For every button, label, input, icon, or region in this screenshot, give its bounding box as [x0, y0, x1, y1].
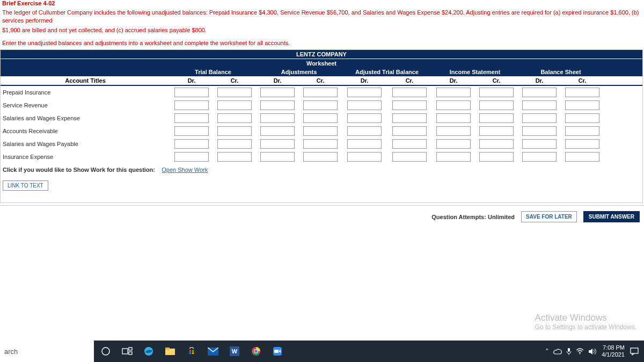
file-explorer-icon[interactable]	[164, 345, 177, 358]
worksheet-cell-input[interactable]	[479, 139, 514, 149]
worksheet-cell-input[interactable]	[303, 126, 338, 136]
worksheet-cell-input[interactable]	[303, 139, 338, 149]
worksheet-cell-input[interactable]	[174, 139, 209, 149]
worksheet-cell-input[interactable]	[174, 88, 209, 97]
col-dr: Dr.	[342, 76, 387, 85]
worksheet-cell-input[interactable]	[347, 126, 382, 136]
worksheet-cell-input[interactable]	[522, 113, 557, 123]
svg-rect-8	[189, 350, 191, 352]
chrome-icon[interactable]	[250, 345, 262, 358]
worksheet-cell-input[interactable]	[303, 88, 338, 97]
worksheet-cell-input[interactable]	[260, 152, 295, 162]
worksheet-cell-input[interactable]	[174, 100, 209, 110]
worksheet-cell-input[interactable]	[522, 100, 557, 110]
tray-chevron-icon[interactable]: ˄	[545, 347, 549, 356]
worksheet-cell-input[interactable]	[436, 126, 471, 136]
tray-mic-icon[interactable]	[566, 347, 572, 355]
worksheet-cell-input[interactable]	[174, 152, 209, 162]
open-show-work-link[interactable]: Open Show Work	[162, 166, 208, 173]
worksheet-cell-input[interactable]	[347, 100, 382, 110]
worksheet-cell-input[interactable]	[436, 113, 471, 123]
tray-volume-icon[interactable]	[588, 348, 596, 355]
submit-answer-button[interactable]: SUBMIT ANSWER	[583, 211, 640, 222]
mail-icon[interactable]	[207, 345, 219, 358]
worksheet-cell-input[interactable]	[260, 126, 295, 136]
worksheet-cell-input[interactable]	[479, 152, 514, 162]
worksheet-cell-input[interactable]	[565, 126, 599, 136]
worksheet-cell-input[interactable]	[565, 113, 599, 123]
worksheet-cell-input[interactable]	[392, 88, 427, 97]
worksheet-cell-input[interactable]	[522, 88, 557, 97]
worksheet-cell-input[interactable]	[392, 100, 427, 110]
worksheet-cell-input[interactable]	[479, 100, 514, 110]
tray-onedrive-icon[interactable]	[553, 349, 562, 354]
worksheet-cell-input[interactable]	[303, 100, 338, 110]
account-title: Salaries and Wages Payable	[1, 141, 170, 147]
worksheet-cell-input[interactable]	[565, 152, 599, 162]
worksheet-cell-input[interactable]	[347, 113, 382, 123]
svg-rect-11	[192, 352, 194, 354]
worksheet-cell-input[interactable]	[303, 152, 338, 162]
worksheet-cell-input[interactable]	[392, 139, 427, 149]
worksheet-cell-input[interactable]	[217, 100, 252, 110]
worksheet-cell-input[interactable]	[217, 152, 252, 162]
worksheet-cell-input[interactable]	[260, 113, 295, 123]
worksheet-cell-input[interactable]	[217, 139, 252, 149]
worksheet-cell-input[interactable]	[303, 113, 338, 123]
col-dr: Dr.	[518, 76, 561, 85]
taskbar-date: 4/1/2021	[602, 351, 625, 358]
edge-icon[interactable]	[142, 345, 155, 358]
worksheet-cell-input[interactable]	[174, 113, 209, 123]
table-row: Accounts Receivable	[1, 125, 642, 137]
worksheet-cell-input[interactable]	[436, 139, 471, 149]
worksheet-cell-input[interactable]	[479, 126, 514, 136]
worksheet-cell-input[interactable]	[260, 88, 295, 97]
worksheet-cell-input[interactable]	[392, 126, 427, 136]
worksheet-cell-input[interactable]	[522, 126, 557, 136]
link-to-text-button[interactable]: LINK TO TEXT	[3, 180, 48, 191]
notifications-icon[interactable]	[630, 347, 639, 356]
worksheet-cell-input[interactable]	[174, 126, 209, 136]
worksheet-cell-input[interactable]	[565, 88, 599, 97]
cortana-icon[interactable]	[99, 345, 112, 358]
worksheet-cell-input[interactable]	[260, 100, 295, 110]
task-view-icon[interactable]	[121, 345, 134, 358]
worksheet-company: LENTZ COMPANY	[1, 50, 642, 59]
exercise-title: Brief Exercise 4-02	[2, 0, 642, 6]
worksheet-cell-input[interactable]	[347, 139, 382, 149]
svg-rect-6	[165, 347, 170, 350]
save-for-later-button[interactable]: SAVE FOR LATER	[521, 211, 577, 222]
tray-wifi-icon[interactable]	[576, 348, 584, 354]
word-icon[interactable]: W	[228, 345, 241, 358]
worksheet-cell-input[interactable]	[260, 139, 295, 149]
worksheet-cell-input[interactable]	[522, 152, 557, 162]
taskbar-search[interactable]: arch	[0, 341, 94, 362]
worksheet-cell-input[interactable]	[347, 88, 382, 97]
svg-rect-7	[188, 349, 195, 355]
worksheet-cell-input[interactable]	[347, 152, 382, 162]
table-row: Prepaid Insurance	[1, 86, 642, 99]
svg-rect-1	[122, 349, 128, 354]
zoom-icon[interactable]	[271, 345, 284, 358]
worksheet-cell-input[interactable]	[217, 113, 252, 123]
worksheet-cell-input[interactable]	[479, 113, 514, 123]
worksheet-cell-input[interactable]	[217, 88, 252, 97]
group-adjusted-trial-balance: Adjusted Trial Balance	[342, 68, 432, 76]
exercise-instruction-2: $1,900 are billed and not yet collected,…	[2, 26, 642, 34]
worksheet-cell-input[interactable]	[436, 100, 471, 110]
worksheet-cell-input[interactable]	[436, 88, 471, 97]
worksheet-cell-input[interactable]	[522, 139, 557, 149]
worksheet-cell-input[interactable]	[565, 100, 599, 110]
store-icon[interactable]	[185, 345, 198, 358]
table-row: Salaries and Wages Payable	[1, 137, 642, 150]
worksheet-cell-input[interactable]	[479, 88, 514, 97]
svg-point-21	[580, 353, 581, 354]
taskbar-clock[interactable]: 7:08 PM 4/1/2021	[602, 344, 625, 358]
account-title: Salaries and Wages Expense	[1, 115, 170, 121]
worksheet-cell-input[interactable]	[392, 113, 427, 123]
worksheet-cell-input[interactable]	[217, 126, 252, 136]
worksheet-cell-input[interactable]	[436, 152, 471, 162]
worksheet-cell-input[interactable]	[565, 139, 599, 149]
worksheet-cell-input[interactable]	[392, 152, 427, 162]
svg-rect-9	[192, 350, 194, 352]
